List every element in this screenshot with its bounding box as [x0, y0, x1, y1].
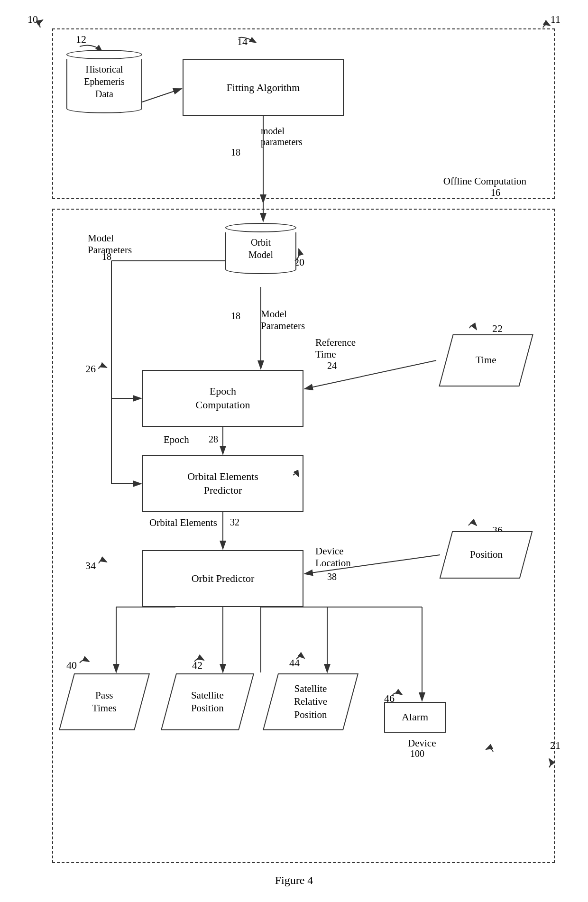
- ref-28: 28: [209, 434, 218, 445]
- fitting-algorithm-label: Fitting Algorithm: [227, 81, 300, 95]
- orbit-model-body: OrbitModel: [225, 232, 296, 265]
- ref-18a: 18: [102, 251, 111, 262]
- ref-18b: 18: [231, 311, 240, 322]
- satellite-position-label: SatellitePosition: [191, 689, 224, 715]
- ref-16: 16: [491, 187, 500, 198]
- ref-22: 22: [492, 322, 503, 335]
- device-label: Device: [408, 737, 436, 749]
- model-params-below-label: ModelParameters: [261, 308, 305, 332]
- epoch-computation-box: EpochComputation: [142, 370, 303, 427]
- ref-44: 44: [289, 657, 300, 669]
- orbit-model-bottom-ellipse: [225, 265, 296, 274]
- ref-14: 14: [237, 36, 248, 48]
- satellite-position-parallelogram: SatellitePosition: [161, 673, 254, 730]
- reference-time-label: ReferenceTime: [315, 337, 356, 360]
- ref-18-top: 18: [231, 147, 240, 158]
- model-parameters-label-top: modelparameters: [261, 126, 303, 147]
- pass-times-parallelogram: PassTimes: [59, 673, 150, 730]
- orbit-predictor-box: Orbit Predictor: [142, 550, 303, 607]
- ref-24: 24: [327, 360, 337, 371]
- time-parallelogram: Time: [439, 334, 533, 387]
- ref-100: 100: [410, 748, 424, 759]
- cylinder-body: HistoricalEphemerisData: [66, 59, 142, 104]
- figure-caption: Figure 4: [24, 874, 564, 887]
- orbital-elements-label: Orbital Elements: [149, 517, 217, 529]
- orbit-model-top-ellipse: [225, 223, 296, 232]
- ref-12: 12: [76, 33, 86, 46]
- ref-34: 34: [85, 560, 96, 572]
- satellite-relative-position-parallelogram: SatelliteRelativePosition: [263, 673, 358, 730]
- orbital-elements-predictor-box: Orbital ElementsPredictor: [142, 455, 303, 512]
- position-label: Position: [470, 548, 503, 561]
- historical-ephemeris-cylinder: HistoricalEphemerisData: [66, 50, 142, 113]
- ref-26: 26: [85, 363, 96, 375]
- orbit-predictor-label: Orbit Predictor: [192, 572, 255, 586]
- alarm-label: Alarm: [402, 710, 428, 724]
- orbit-model-cylinder: OrbitModel: [225, 223, 296, 274]
- time-label: Time: [476, 354, 496, 367]
- epoch-computation-label: EpochComputation: [196, 385, 250, 412]
- ref-11: 11: [551, 13, 560, 26]
- ref-32: 32: [230, 517, 239, 528]
- alarm-box: Alarm: [384, 702, 446, 733]
- ref-42: 42: [192, 659, 202, 672]
- ref-40: 40: [66, 659, 77, 672]
- position-parallelogram: Position: [440, 531, 533, 579]
- ref-10: 10: [28, 13, 38, 26]
- pass-times-label: PassTimes: [92, 689, 117, 715]
- cylinder-bottom: [66, 104, 142, 113]
- orbital-elements-predictor-label: Orbital ElementsPredictor: [187, 470, 258, 497]
- epoch-label: Epoch: [164, 434, 189, 446]
- cylinder-top: [66, 50, 142, 59]
- device-location-label: DeviceLocation: [315, 545, 351, 569]
- fitting-algorithm-box: Fitting Algorithm: [183, 59, 344, 116]
- ref-21: 21: [550, 739, 560, 752]
- satellite-relative-position-label: SatelliteRelativePosition: [294, 682, 327, 721]
- ref-38: 38: [327, 571, 337, 582]
- offline-computation-label: Offline Computation: [443, 175, 526, 187]
